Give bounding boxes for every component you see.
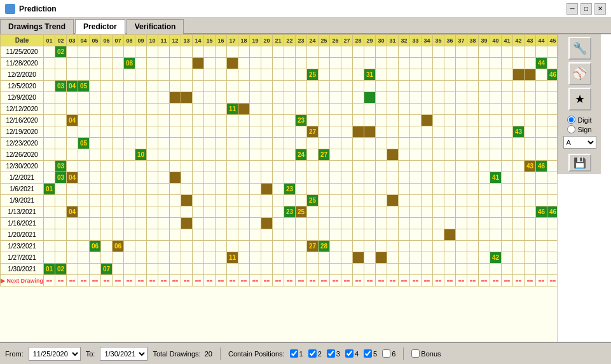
grid-cell [124,46,135,58]
grid-cell [307,172,319,184]
grid-cell: 27 [307,126,319,138]
grid-cell [319,92,330,104]
digit-radio-label[interactable]: Digit [567,116,591,124]
grid-cell [467,229,479,241]
grid-cell [433,138,444,149]
grid-cell [238,264,250,275]
grid-cell [364,229,376,241]
bonus-checkbox[interactable] [411,349,420,358]
pos5-checkbox[interactable] [364,349,372,358]
grid-cell [353,126,364,138]
grid-cell: 23 [284,206,296,218]
grid-cell [525,241,536,252]
display-select[interactable]: A B C [563,136,596,149]
grid-cell [238,104,250,115]
grid-cell [147,92,158,104]
grid-cell [307,46,319,58]
col-header-08: 08 [124,35,135,46]
pos1-checkbox[interactable] [290,349,298,358]
grid-cell [124,195,135,206]
minimize-button[interactable]: ─ [566,3,578,15]
grid-cell [193,58,204,69]
grid-cell [170,229,181,241]
tools-button[interactable]: 🔧 [568,37,591,60]
grid-cell [147,138,158,149]
grid-cell: 42 [490,252,502,264]
grid-cell [456,149,467,161]
grid-cell [170,126,181,138]
grid-cell [479,161,490,172]
close-button[interactable]: ✕ [594,3,606,15]
grid-cell [513,104,525,115]
grid-cell [467,172,479,184]
grid-cell [193,69,204,81]
grid-cell [261,138,273,149]
digit-radio[interactable] [567,116,575,124]
grid-cell [536,81,547,92]
grid-cell [479,92,490,104]
pos2-checkbox-item: 2 [308,349,322,358]
grid-cell [170,81,181,92]
grid-cell [525,218,536,229]
grid-cell [158,58,170,69]
star-button[interactable]: ★ [568,88,591,111]
grid-cell [147,252,158,264]
grid-cell [238,81,250,92]
grid-cell [261,195,273,206]
grid-cell [479,218,490,229]
grid-cell [341,81,353,92]
pos4-checkbox[interactable] [345,349,354,358]
grid-cell [490,264,502,275]
grid-cell [158,115,170,126]
grid-cell [433,172,444,184]
next-drawing-cell: == [44,275,55,286]
grid-cell [273,115,284,126]
grid-cell [479,184,490,195]
grid-cell [319,46,330,58]
grid-cell [113,195,124,206]
ball-button[interactable]: ⚾ [568,62,591,85]
grid-cell [422,161,433,172]
pos6-checkbox[interactable] [382,349,390,358]
to-date-select[interactable]: 1/30/2021 [100,347,148,361]
grid-cell [193,229,204,241]
tab-verification[interactable]: Verification [127,19,184,34]
tab-drawings-trend[interactable]: Drawings Trend [0,19,74,34]
grid-cell [193,161,204,172]
tab-predictor[interactable]: Predictor [75,19,125,34]
grid-cell [341,46,353,58]
grid-cell [181,252,193,264]
grid-cell [238,206,250,218]
grid-cell [78,195,90,206]
col-header-02: 02 [55,35,67,46]
grid-scroll[interactable]: Date 01020304050607080910111213141516171… [0,34,557,342]
to-label: To: [86,350,95,358]
grid-cell [170,252,181,264]
grid-cell [78,241,90,252]
from-date-select[interactable]: 11/25/2020 [29,347,81,361]
grid-cell [433,46,444,58]
grid-cell [135,184,147,195]
sign-radio-label[interactable]: Sign [567,125,591,133]
col-header-15: 15 [204,35,216,46]
grid-cell [227,58,238,69]
maximize-button[interactable]: □ [580,3,592,15]
pos2-checkbox[interactable] [308,349,317,358]
grid-cell: 03 [55,81,67,92]
grid-cell [113,81,124,92]
sign-radio[interactable] [567,125,575,133]
grid-cell [216,264,227,275]
grid-cell [399,138,410,149]
grid-cell: 43 [513,126,525,138]
grid-cell [319,264,330,275]
pos3-checkbox[interactable] [327,349,335,358]
table-row: 12/9/2020 [1,92,558,104]
next-drawing-cell: == [330,275,341,286]
grid-cell [387,184,399,195]
grid-cell [467,241,479,252]
save-button[interactable]: 💾 [568,154,591,172]
grid-cell [547,229,557,241]
grid-cell [273,138,284,149]
grid-cell: 46 [536,161,547,172]
grid-cell [467,149,479,161]
